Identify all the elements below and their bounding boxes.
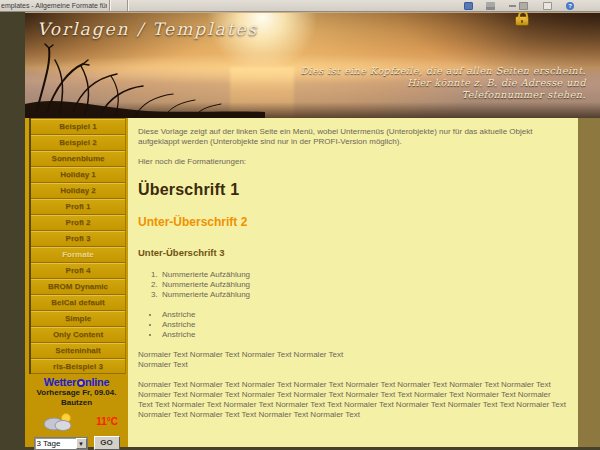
page-background-strip — [578, 118, 600, 447]
sidebar-item-holiday-1[interactable]: Holiday 1 — [31, 166, 125, 182]
titlebar-divider — [127, 0, 128, 11]
page-icon[interactable] — [543, 2, 552, 10]
page-body: Beispiel 1 Beispiel 2 Sonnenblume Holida… — [25, 118, 578, 447]
titlebar-divider — [109, 0, 110, 11]
header-banner: Vorlagen / Templates Dies ist eine Kopfz… — [25, 12, 600, 118]
intro-paragraph: Diese Vorlage zeigt auf der linken Seite… — [138, 127, 566, 147]
window-title: emplates - Allgemeine Formate für Texte … — [1, 1, 107, 11]
print-icon[interactable] — [486, 2, 495, 10]
sidebar-item-profi-1[interactable]: Profi 1 — [31, 198, 125, 214]
heading-2: Unter-Überschrift 2 — [138, 215, 566, 229]
long-text-paragraph: Normaler Text Normaler Text Normaler Tex… — [138, 380, 566, 420]
temperature-value: 11°C — [96, 416, 118, 427]
numbered-list-item: Nummerierte Aufzählung — [160, 270, 566, 280]
sidebar: Beispiel 1 Beispiel 2 Sonnenblume Holida… — [25, 118, 128, 447]
chevron-down-icon[interactable]: ▼ — [76, 438, 87, 449]
sidebar-item-profi-3[interactable]: Profi 3 — [31, 230, 125, 246]
sidebar-item-rls-beispiel-3[interactable]: rls-Beispiel 3 — [31, 358, 125, 374]
weather-widget: Wetternline Vorhersage Fr, 09.04. Bautze… — [25, 376, 128, 450]
numbered-list: Nummerierte Aufzählung Nummerierte Aufzä… — [160, 270, 566, 300]
tagline-line: Dies ist eine Kopfzeile, die auf allen S… — [301, 65, 586, 76]
sidebar-item-seiteninhalt[interactable]: Seiteninhalt — [31, 342, 125, 358]
bullet-list-item: Anstriche — [160, 310, 566, 320]
heading-1: Überschrift 1 — [138, 181, 566, 199]
mail-icon[interactable] — [519, 2, 528, 10]
forecast-range-select[interactable]: 3 Tage▼ — [34, 437, 88, 450]
bullet-list: Anstriche Anstriche Anstriche — [160, 310, 566, 340]
bullet-list-item: Anstriche — [160, 330, 566, 340]
normal-text-block: Normaler Text Normaler Text Normaler Tex… — [138, 350, 566, 370]
browser-titlebar: emplates - Allgemeine Formate für Texte … — [0, 0, 600, 12]
bullet-list-item: Anstriche — [160, 320, 566, 330]
formats-line: Hier noch die Formatierungen: — [138, 157, 566, 167]
sidebar-item-brom-dynamic[interactable]: BROM Dynamic — [31, 278, 125, 294]
heading-3: Unter-Überschrift 3 — [138, 247, 566, 258]
sidebar-menu: Beispiel 1 Beispiel 2 Sonnenblume Holida… — [29, 118, 126, 374]
minimize-icon[interactable] — [509, 5, 516, 7]
header-tagline: Dies ist eine Kopfzeile, die auf allen S… — [301, 65, 586, 101]
tagline-line: Hier könnte z. B. die Adresse und — [407, 77, 586, 88]
logo-text: Wetter — [44, 376, 76, 388]
forecast-controls: 3 Tage▼ GO — [25, 436, 128, 450]
sidebar-item-beispiel-1[interactable]: Beispiel 1 — [31, 118, 125, 134]
header-bottom-shade — [25, 102, 600, 118]
sidebar-item-sonnenblume[interactable]: Sonnenblume — [31, 150, 125, 166]
sidebar-item-formate[interactable]: Formate — [31, 246, 125, 262]
go-button[interactable]: GO — [94, 436, 120, 450]
wetteronline-logo[interactable]: Wetternline — [25, 376, 128, 388]
sidebar-item-beispiel-2[interactable]: Beispiel 2 — [31, 134, 125, 150]
site-title: Vorlagen / Templates — [37, 19, 258, 39]
lock-icon[interactable] — [515, 16, 529, 26]
numbered-list-item: Nummerierte Aufzählung — [160, 290, 566, 300]
forecast-row: 11°C — [25, 410, 128, 434]
logo-text: nline — [85, 376, 109, 388]
sidebar-item-only-content[interactable]: Only Content — [31, 326, 125, 342]
help-icon[interactable]: ? — [566, 2, 574, 10]
normal-text-line: Normaler Text Normaler Text Normaler Tex… — [138, 350, 343, 359]
content-area: Diese Vorlage zeigt auf der linken Seite… — [128, 118, 578, 447]
sidebar-item-profi-4[interactable]: Profi 4 — [31, 262, 125, 278]
sun-o-icon — [77, 379, 85, 387]
cloud-sun-icon — [41, 412, 75, 432]
sidebar-item-profi-2[interactable]: Profi 2 — [31, 214, 125, 230]
forecast-city: Bautzen — [25, 398, 128, 408]
numbered-list-item: Nummerierte Aufzählung — [160, 280, 566, 290]
sidebar-item-belcal-default[interactable]: BelCal default — [31, 294, 125, 310]
sidebar-item-holiday-2[interactable]: Holiday 2 — [31, 182, 125, 198]
select-value: 3 Tage — [35, 439, 76, 448]
sidebar-item-simple[interactable]: Simple — [31, 310, 125, 326]
normal-text-line: Normaler Text — [138, 360, 188, 369]
forecast-date: Vorhersage Fr, 09.04. — [25, 388, 128, 398]
tagline-line: Telefonnummer stehen. — [462, 89, 586, 100]
bookmark-icon[interactable] — [464, 2, 473, 10]
site-window: Vorlagen / Templates Dies ist eine Kopfz… — [25, 12, 600, 447]
